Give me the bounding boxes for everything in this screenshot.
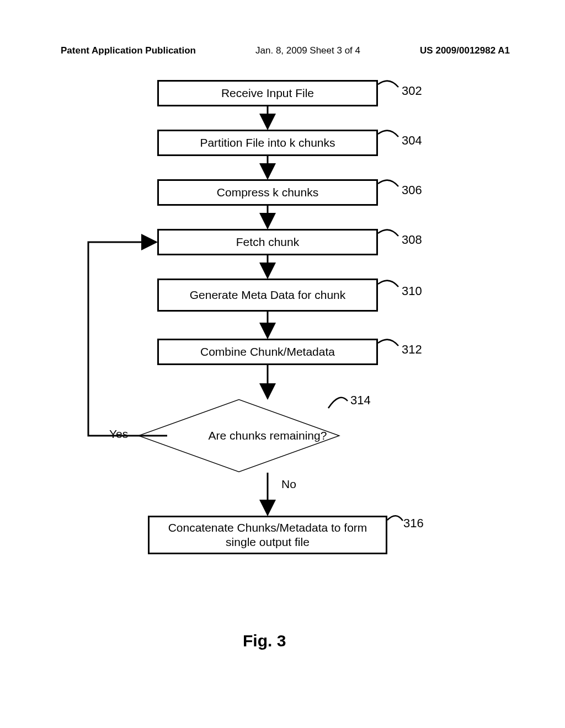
ref-308: 308	[402, 233, 422, 247]
ref-304: 304	[402, 133, 422, 148]
step-combine: Combine Chunk/Metadata	[157, 339, 378, 365]
decision-label: Are chunks remaining?	[157, 429, 378, 442]
step-concatenate: Concatenate Chunks/Metadata to form sing…	[148, 516, 387, 554]
step-gen-metadata: Generate Meta Data for chunk	[157, 279, 378, 312]
flowchart: Receive Input File Partition File into k…	[50, 72, 508, 651]
header-date-sheet: Jan. 8, 2009 Sheet 3 of 4	[255, 45, 360, 56]
step-compress: Compress k chunks	[157, 179, 378, 206]
header-pub: Patent Application Publication	[61, 45, 196, 56]
ref-310: 310	[402, 284, 422, 298]
ref-316: 316	[403, 516, 424, 531]
ref-314: 314	[350, 393, 371, 408]
page-header: Patent Application Publication Jan. 8, 2…	[0, 45, 565, 56]
ref-302: 302	[402, 84, 422, 98]
figure-label: Fig. 3	[243, 631, 286, 650]
branch-no: No	[281, 478, 296, 491]
ref-306: 306	[402, 183, 422, 197]
step-receive-input: Receive Input File	[157, 80, 378, 106]
header-pubnum: US 2009/0012982 A1	[420, 45, 510, 56]
step-partition: Partition File into k chunks	[157, 130, 378, 156]
ref-312: 312	[402, 342, 422, 357]
branch-yes: Yes	[109, 427, 128, 441]
step-fetch-chunk: Fetch chunk	[157, 229, 378, 255]
